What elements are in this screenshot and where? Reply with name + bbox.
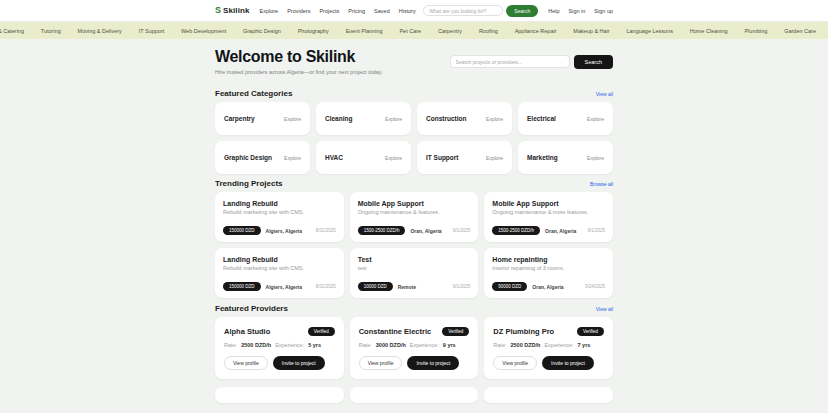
- project-card[interactable]: Home repainting Interior repainting of 3…: [484, 248, 613, 298]
- project-description: Rebuild marketing site with CMS.: [223, 265, 336, 271]
- project-location: Oran, Algeria: [532, 284, 563, 290]
- verified-badge: Verified: [442, 327, 469, 336]
- project-card[interactable]: Mobile App Support Ongoing maintenance &…: [350, 192, 479, 242]
- invite-to-project-button[interactable]: Invite to project: [407, 356, 459, 370]
- nav-link[interactable]: Saved: [374, 8, 390, 14]
- project-description: Rebuild marketing site with CMS.: [223, 209, 336, 215]
- category-strip-item[interactable]: Makeup & Hair: [573, 28, 609, 34]
- project-date: 9/1/2025: [453, 284, 471, 289]
- invite-to-project-button[interactable]: Invite to project: [273, 356, 325, 370]
- experience-value: 5 yrs: [308, 342, 321, 348]
- category-card[interactable]: Electrical Explore: [518, 102, 613, 135]
- provider-card[interactable]: Constantine Electric Verified Rate: 3000…: [350, 317, 479, 379]
- project-date: 9/1/2025: [453, 228, 471, 233]
- provider-name: DZ Plumbing Pro: [493, 327, 554, 336]
- provider-card[interactable]: Alpha Studio Verified Rate: 2500 DZD/h E…: [215, 317, 344, 379]
- rate-value: 2500 DZD/h: [241, 342, 271, 348]
- category-strip-item[interactable]: Garden Care: [784, 28, 816, 34]
- category-strip-item[interactable]: Appliance Repair: [515, 28, 557, 34]
- category-card[interactable]: IT Support Explore: [417, 141, 512, 174]
- trending-projects-section: Trending Projects Browse all Landing Reb…: [215, 179, 613, 298]
- project-location: Algiers, Algeria: [266, 284, 303, 290]
- navbar-search-input[interactable]: [423, 5, 503, 16]
- nav-link[interactable]: Projects: [319, 8, 339, 14]
- category-strip-item[interactable]: Plumbing: [744, 28, 767, 34]
- cutoff-card: [484, 387, 613, 403]
- category-explore-link[interactable]: Explore: [486, 155, 503, 161]
- category-strip-item[interactable]: Pet Care: [399, 28, 421, 34]
- category-explore-link[interactable]: Explore: [284, 116, 301, 122]
- category-strip: & Catering Tutoring Moving & Delivery IT…: [0, 22, 828, 39]
- category-strip-item[interactable]: IT Support: [139, 28, 165, 34]
- category-explore-link[interactable]: Explore: [587, 116, 604, 122]
- category-card[interactable]: Graphic Design Explore: [215, 141, 310, 174]
- navbar-right-links: Help Sign in Sign up: [548, 8, 613, 14]
- category-card[interactable]: Construction Explore: [417, 102, 512, 135]
- nav-link[interactable]: Explore: [260, 8, 279, 14]
- hero-search-input[interactable]: [450, 55, 570, 68]
- brand-name: Skilink: [223, 6, 250, 15]
- category-strip-item[interactable]: Carpentry: [438, 28, 462, 34]
- category-strip-item[interactable]: Graphic Design: [243, 28, 281, 34]
- invite-to-project-button[interactable]: Invite to project: [542, 356, 594, 370]
- category-card[interactable]: Marketing Explore: [518, 141, 613, 174]
- experience-label: Experience:: [544, 342, 573, 348]
- sign-up-link[interactable]: Sign up: [594, 8, 613, 14]
- hero-search-button[interactable]: Search: [574, 55, 613, 69]
- project-title: Mobile App Support: [358, 200, 471, 207]
- navbar-search-button[interactable]: Search: [506, 5, 538, 17]
- category-card[interactable]: Carpentry Explore: [215, 102, 310, 135]
- project-card[interactable]: Landing Rebuild Rebuild marketing site w…: [215, 248, 344, 298]
- project-card[interactable]: Landing Rebuild Rebuild marketing site w…: [215, 192, 344, 242]
- category-strip-item[interactable]: Event Planning: [346, 28, 383, 34]
- view-profile-button[interactable]: View profile: [359, 356, 403, 370]
- project-card[interactable]: Mobile App Support Ongoing maintenance &…: [484, 192, 613, 242]
- project-date: 9/24/2025: [585, 284, 605, 289]
- cutoff-card-row: [215, 387, 613, 403]
- view-profile-button[interactable]: View profile: [224, 356, 268, 370]
- project-location: Oran, Algeria: [410, 228, 441, 234]
- hero-section: Welcome to Skilink Hire trusted provider…: [215, 39, 613, 84]
- nav-link[interactable]: History: [399, 8, 416, 14]
- category-explore-link[interactable]: Explore: [385, 155, 402, 161]
- category-strip-item[interactable]: Home Cleaning: [690, 28, 728, 34]
- experience-value: 7 yrs: [578, 342, 591, 348]
- projects-browse-all-link[interactable]: Browse all: [590, 181, 613, 187]
- providers-view-all-link[interactable]: View all: [596, 306, 613, 312]
- nav-link[interactable]: Pricing: [348, 8, 365, 14]
- nav-link[interactable]: Providers: [287, 8, 310, 14]
- cutoff-card: [215, 387, 344, 403]
- project-title: Test: [358, 256, 471, 263]
- category-explore-link[interactable]: Explore: [587, 155, 604, 161]
- featured-categories-section: Featured Categories View all Carpentry E…: [215, 89, 613, 174]
- featured-categories-title: Featured Categories: [215, 89, 292, 98]
- category-strip-item[interactable]: Language Lessons: [626, 28, 672, 34]
- category-strip-item[interactable]: Tutoring: [41, 28, 61, 34]
- categories-view-all-link[interactable]: View all: [596, 91, 613, 97]
- category-strip-item[interactable]: & Catering: [0, 28, 24, 34]
- category-card-name: HVAC: [325, 154, 343, 161]
- project-card[interactable]: Test test 10000 DZD Remote 9/1/2025: [350, 248, 479, 298]
- help-link[interactable]: Help: [548, 8, 559, 14]
- category-card[interactable]: Cleaning Explore: [316, 102, 411, 135]
- category-strip-item[interactable]: Roofing: [479, 28, 498, 34]
- category-strip-item[interactable]: Photography: [298, 28, 329, 34]
- view-profile-button[interactable]: View profile: [493, 356, 537, 370]
- project-location: Oran, Algeria: [545, 228, 576, 234]
- project-budget-badge: 1500-2500 DZD/h: [492, 226, 540, 235]
- project-budget-badge: 150000 DZD: [223, 226, 261, 235]
- verified-badge: Verified: [308, 327, 335, 336]
- project-budget-badge: 10000 DZD: [358, 282, 393, 291]
- sign-in-link[interactable]: Sign in: [569, 8, 586, 14]
- category-card[interactable]: HVAC Explore: [316, 141, 411, 174]
- category-explore-link[interactable]: Explore: [486, 116, 503, 122]
- category-explore-link[interactable]: Explore: [385, 116, 402, 122]
- project-description: Ongoing maintenance & features.: [358, 209, 471, 215]
- category-card-name: Marketing: [527, 154, 558, 161]
- category-strip-item[interactable]: Moving & Delivery: [78, 28, 122, 34]
- provider-card[interactable]: DZ Plumbing Pro Verified Rate: 2500 DZD/…: [484, 317, 613, 379]
- category-card-name: Construction: [426, 115, 466, 122]
- category-strip-item[interactable]: Web Development: [181, 28, 226, 34]
- category-explore-link[interactable]: Explore: [284, 155, 301, 161]
- skilink-logo[interactable]: S Skilink: [215, 6, 250, 15]
